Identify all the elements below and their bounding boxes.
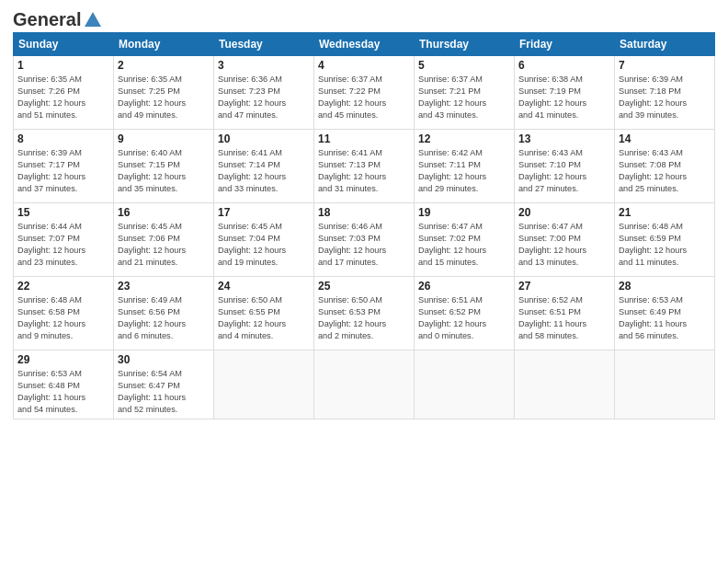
calendar-day-cell bbox=[515, 350, 615, 419]
day-number: 11 bbox=[318, 132, 410, 145]
calendar-day-cell: 18Sunrise: 6:46 AM Sunset: 7:03 PM Dayli… bbox=[314, 203, 415, 277]
calendar-day-cell: 26Sunrise: 6:51 AM Sunset: 6:52 PM Dayli… bbox=[415, 277, 515, 350]
calendar-week-row: 22Sunrise: 6:48 AM Sunset: 6:58 PM Dayli… bbox=[14, 277, 715, 350]
day-info: Sunrise: 6:52 AM Sunset: 6:51 PM Dayligh… bbox=[518, 294, 610, 342]
calendar-day-cell: 20Sunrise: 6:47 AM Sunset: 7:00 PM Dayli… bbox=[515, 203, 615, 277]
calendar-day-cell: 7Sunrise: 6:39 AM Sunset: 7:18 PM Daylig… bbox=[615, 56, 715, 130]
day-number: 18 bbox=[318, 206, 410, 219]
calendar-week-row: 15Sunrise: 6:44 AM Sunset: 7:07 PM Dayli… bbox=[14, 203, 715, 277]
day-info: Sunrise: 6:46 AM Sunset: 7:03 PM Dayligh… bbox=[318, 221, 410, 269]
calendar-day-cell bbox=[214, 350, 314, 419]
calendar-header-sunday: Sunday bbox=[14, 33, 114, 56]
main-container: General SundayMondayTuesdayWednesdayThur… bbox=[0, 0, 728, 427]
day-info: Sunrise: 6:43 AM Sunset: 7:10 PM Dayligh… bbox=[518, 147, 610, 195]
day-info: Sunrise: 6:50 AM Sunset: 6:53 PM Dayligh… bbox=[318, 294, 410, 342]
day-number: 28 bbox=[619, 280, 711, 293]
day-number: 16 bbox=[118, 206, 210, 219]
calendar-day-cell: 9Sunrise: 6:40 AM Sunset: 7:15 PM Daylig… bbox=[114, 130, 214, 203]
day-number: 7 bbox=[619, 59, 711, 72]
day-number: 1 bbox=[17, 59, 109, 72]
logo-icon bbox=[83, 10, 103, 30]
day-number: 22 bbox=[17, 280, 109, 293]
day-number: 4 bbox=[318, 59, 410, 72]
day-info: Sunrise: 6:53 AM Sunset: 6:49 PM Dayligh… bbox=[619, 294, 711, 342]
day-info: Sunrise: 6:37 AM Sunset: 7:22 PM Dayligh… bbox=[318, 74, 410, 121]
day-number: 24 bbox=[218, 280, 310, 293]
day-number: 12 bbox=[418, 132, 510, 145]
day-info: Sunrise: 6:35 AM Sunset: 7:26 PM Dayligh… bbox=[17, 74, 109, 121]
calendar-day-cell: 12Sunrise: 6:42 AM Sunset: 7:11 PM Dayli… bbox=[415, 130, 515, 203]
day-number: 19 bbox=[418, 206, 510, 219]
day-info: Sunrise: 6:48 AM Sunset: 6:59 PM Dayligh… bbox=[619, 221, 711, 269]
calendar-table: SundayMondayTuesdayWednesdayThursdayFrid… bbox=[13, 32, 715, 419]
day-number: 10 bbox=[218, 132, 310, 145]
day-info: Sunrise: 6:38 AM Sunset: 7:19 PM Dayligh… bbox=[518, 74, 610, 121]
calendar-day-cell: 21Sunrise: 6:48 AM Sunset: 6:59 PM Dayli… bbox=[615, 203, 715, 277]
calendar-day-cell: 15Sunrise: 6:44 AM Sunset: 7:07 PM Dayli… bbox=[14, 203, 114, 277]
day-info: Sunrise: 6:49 AM Sunset: 6:56 PM Dayligh… bbox=[118, 294, 210, 342]
day-number: 8 bbox=[17, 132, 109, 145]
day-info: Sunrise: 6:53 AM Sunset: 6:48 PM Dayligh… bbox=[17, 368, 109, 416]
day-number: 3 bbox=[218, 59, 310, 72]
day-number: 6 bbox=[518, 59, 610, 72]
calendar-day-cell: 1Sunrise: 6:35 AM Sunset: 7:26 PM Daylig… bbox=[14, 56, 114, 130]
calendar-day-cell bbox=[415, 350, 515, 419]
day-number: 26 bbox=[418, 280, 510, 293]
day-info: Sunrise: 6:40 AM Sunset: 7:15 PM Dayligh… bbox=[118, 147, 210, 195]
calendar-day-cell: 25Sunrise: 6:50 AM Sunset: 6:53 PM Dayli… bbox=[314, 277, 415, 350]
day-info: Sunrise: 6:44 AM Sunset: 7:07 PM Dayligh… bbox=[17, 221, 109, 269]
calendar-header-row: SundayMondayTuesdayWednesdayThursdayFrid… bbox=[14, 33, 715, 56]
calendar-header-saturday: Saturday bbox=[615, 33, 715, 56]
calendar-day-cell: 29Sunrise: 6:53 AM Sunset: 6:48 PM Dayli… bbox=[14, 350, 114, 419]
day-number: 20 bbox=[518, 206, 610, 219]
calendar-header-thursday: Thursday bbox=[415, 33, 515, 56]
calendar-day-cell: 3Sunrise: 6:36 AM Sunset: 7:23 PM Daylig… bbox=[214, 56, 314, 130]
calendar-day-cell: 30Sunrise: 6:54 AM Sunset: 6:47 PM Dayli… bbox=[114, 350, 214, 419]
logo: General bbox=[13, 9, 103, 27]
day-info: Sunrise: 6:47 AM Sunset: 7:00 PM Dayligh… bbox=[518, 221, 610, 269]
calendar-week-row: 1Sunrise: 6:35 AM Sunset: 7:26 PM Daylig… bbox=[14, 56, 715, 130]
header: General bbox=[13, 9, 715, 27]
calendar-day-cell: 19Sunrise: 6:47 AM Sunset: 7:02 PM Dayli… bbox=[415, 203, 515, 277]
calendar-day-cell: 16Sunrise: 6:45 AM Sunset: 7:06 PM Dayli… bbox=[114, 203, 214, 277]
svg-marker-0 bbox=[85, 12, 101, 27]
day-info: Sunrise: 6:45 AM Sunset: 7:04 PM Dayligh… bbox=[218, 221, 310, 269]
calendar-day-cell: 11Sunrise: 6:41 AM Sunset: 7:13 PM Dayli… bbox=[314, 130, 415, 203]
day-info: Sunrise: 6:47 AM Sunset: 7:02 PM Dayligh… bbox=[418, 221, 510, 269]
day-info: Sunrise: 6:35 AM Sunset: 7:25 PM Dayligh… bbox=[118, 74, 210, 121]
day-info: Sunrise: 6:41 AM Sunset: 7:13 PM Dayligh… bbox=[318, 147, 410, 195]
day-number: 21 bbox=[619, 206, 711, 219]
calendar-week-row: 29Sunrise: 6:53 AM Sunset: 6:48 PM Dayli… bbox=[14, 350, 715, 419]
calendar-header-monday: Monday bbox=[114, 33, 214, 56]
calendar-day-cell: 28Sunrise: 6:53 AM Sunset: 6:49 PM Dayli… bbox=[615, 277, 715, 350]
calendar-header-tuesday: Tuesday bbox=[214, 33, 314, 56]
day-info: Sunrise: 6:41 AM Sunset: 7:14 PM Dayligh… bbox=[218, 147, 310, 195]
calendar-day-cell: 14Sunrise: 6:43 AM Sunset: 7:08 PM Dayli… bbox=[615, 130, 715, 203]
day-number: 30 bbox=[118, 353, 210, 366]
day-number: 14 bbox=[619, 132, 711, 145]
day-number: 13 bbox=[518, 132, 610, 145]
calendar-day-cell: 4Sunrise: 6:37 AM Sunset: 7:22 PM Daylig… bbox=[314, 56, 415, 130]
day-info: Sunrise: 6:37 AM Sunset: 7:21 PM Dayligh… bbox=[418, 74, 510, 121]
day-number: 23 bbox=[118, 280, 210, 293]
calendar-header-wednesday: Wednesday bbox=[314, 33, 415, 56]
day-number: 2 bbox=[118, 59, 210, 72]
day-info: Sunrise: 6:36 AM Sunset: 7:23 PM Dayligh… bbox=[218, 74, 310, 121]
calendar-day-cell: 2Sunrise: 6:35 AM Sunset: 7:25 PM Daylig… bbox=[114, 56, 214, 130]
day-info: Sunrise: 6:48 AM Sunset: 6:58 PM Dayligh… bbox=[17, 294, 109, 342]
day-info: Sunrise: 6:51 AM Sunset: 6:52 PM Dayligh… bbox=[418, 294, 510, 342]
calendar-day-cell: 22Sunrise: 6:48 AM Sunset: 6:58 PM Dayli… bbox=[14, 277, 114, 350]
day-number: 17 bbox=[218, 206, 310, 219]
day-info: Sunrise: 6:45 AM Sunset: 7:06 PM Dayligh… bbox=[118, 221, 210, 269]
calendar-day-cell: 23Sunrise: 6:49 AM Sunset: 6:56 PM Dayli… bbox=[114, 277, 214, 350]
calendar-day-cell bbox=[314, 350, 415, 419]
logo-general: General bbox=[13, 9, 81, 30]
day-number: 29 bbox=[17, 353, 109, 366]
day-number: 5 bbox=[418, 59, 510, 72]
day-number: 25 bbox=[318, 280, 410, 293]
day-info: Sunrise: 6:42 AM Sunset: 7:11 PM Dayligh… bbox=[418, 147, 510, 195]
calendar-day-cell: 13Sunrise: 6:43 AM Sunset: 7:10 PM Dayli… bbox=[515, 130, 615, 203]
day-info: Sunrise: 6:50 AM Sunset: 6:55 PM Dayligh… bbox=[218, 294, 310, 342]
day-number: 9 bbox=[118, 132, 210, 145]
calendar-day-cell bbox=[615, 350, 715, 419]
